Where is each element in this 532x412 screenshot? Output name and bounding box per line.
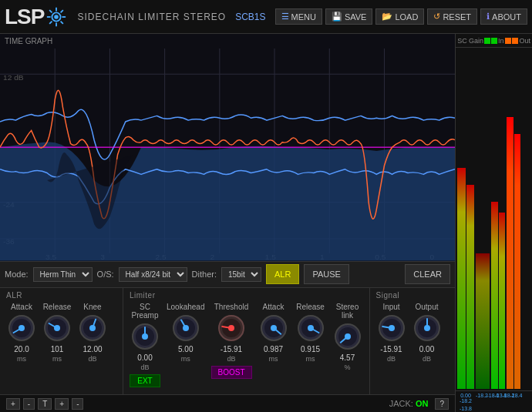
logo: LSP	[5, 6, 67, 28]
minus2-button[interactable]: -	[72, 398, 83, 410]
alr-release-unit: ms	[52, 355, 62, 363]
lim-attack-value: 0.987	[264, 345, 283, 353]
lim-release-value: 0.915	[301, 345, 320, 353]
svg-line-9	[50, 21, 52, 23]
meter-values-row2: -13.8	[456, 405, 532, 412]
alr-attack-value: 20.0	[14, 345, 29, 353]
alr-release-value: 101	[51, 345, 64, 353]
lookahead-knob[interactable]	[170, 313, 201, 343]
alr-release-knob[interactable]	[42, 313, 72, 343]
output-label: Output	[416, 303, 439, 311]
alr-knee-value: 12.00	[82, 345, 102, 353]
out-col-header: Out	[505, 37, 530, 45]
stereolink-knob[interactable]	[332, 321, 363, 352]
svg-point-42	[89, 325, 96, 331]
sc-preamp-knob[interactable]	[130, 321, 160, 352]
threshold-unit: dB	[227, 355, 236, 363]
lim-release-knob[interactable]	[295, 313, 326, 343]
menu-footer-button[interactable]: +	[55, 398, 69, 410]
lim-release-unit: ms	[306, 355, 315, 363]
sc-preamp-item: SC Preamp 0.00 dB EXT	[130, 303, 160, 387]
limiter-title: Limiter	[130, 291, 363, 300]
alr-attack-knob-item: Attack 20.0 ms	[6, 303, 37, 363]
remove-button[interactable]: -	[23, 398, 35, 410]
out-label: Out	[519, 37, 530, 45]
os-select[interactable]: Half x8/24 bit	[119, 267, 187, 282]
in-col-header: In	[484, 37, 504, 45]
sc-col-label: SC	[457, 37, 467, 45]
svg-line-7	[61, 21, 63, 23]
input-knob[interactable]	[376, 313, 407, 343]
header-buttons: ☰ MENU 💾 SAVE 📂 LOAD ↺ RESET ℹ ABOUT	[275, 8, 527, 25]
footer: + - T + - JACK: ON ?	[0, 394, 455, 412]
in-label: In	[498, 37, 504, 45]
svg-point-39	[54, 325, 60, 331]
lim-attack-label: Attack	[263, 303, 285, 311]
help-button[interactable]: ?	[435, 398, 449, 410]
threshold-knob[interactable]	[216, 313, 247, 343]
input-label: Input	[382, 303, 399, 311]
out-meter-l-fill	[507, 117, 513, 389]
add-button[interactable]: +	[6, 398, 20, 410]
threshold-label: Threshold	[214, 303, 248, 311]
limiter-section: Limiter SC Preamp 0.00 dB EXT	[123, 288, 370, 394]
meter-header: SC Gain In Out	[456, 34, 532, 48]
limiter-row: SC Preamp 0.00 dB EXT Lookahead	[130, 303, 363, 387]
load-icon: 📂	[382, 12, 392, 22]
alr-release-label: Release	[43, 303, 72, 311]
load-button[interactable]: 📂 LOAD	[375, 8, 424, 25]
lim-release-item: Release 0.915 ms	[295, 303, 326, 363]
left-panel: TIME GRAPH 12 dB -24 -36	[0, 34, 455, 412]
svg-point-63	[389, 325, 395, 331]
in-meter-l-bar	[491, 49, 498, 389]
out-meter-r-fill	[514, 134, 521, 389]
mode-select[interactable]: Herm Thin	[33, 267, 93, 282]
alr-knee-knob[interactable]	[77, 313, 108, 343]
svg-line-8	[61, 10, 63, 12]
dither-select[interactable]: 15bit	[221, 267, 261, 282]
about-button[interactable]: ℹ ABOUT	[480, 8, 527, 25]
gain-col-label: Gain	[469, 37, 483, 45]
bottom-section: ALR Attack 20.0 ms	[0, 288, 455, 394]
stereolink-value: 4.57	[340, 353, 355, 362]
svg-point-66	[424, 325, 430, 331]
clear-button[interactable]: CLEAR	[405, 264, 450, 284]
ext-button[interactable]: EXT	[130, 374, 160, 387]
header-id: SCB1S	[235, 12, 265, 22]
pause-button[interactable]: PAUSE	[304, 264, 348, 284]
lookahead-label: Lookahead	[167, 303, 205, 311]
menu-button[interactable]: ☰ MENU	[275, 8, 322, 25]
alr-section: ALR Attack 20.0 ms	[0, 288, 123, 394]
stereolink-label: Stereo link	[332, 303, 363, 320]
input-item: Input -15.91 dB	[376, 303, 407, 363]
lookahead-value: 5.00	[178, 345, 193, 353]
mode-label: Mode:	[5, 270, 29, 279]
config-button[interactable]: T	[38, 398, 52, 410]
out-meter-col	[507, 49, 520, 389]
sc-val1: 0.00	[460, 393, 471, 398]
sc-val2: -18.2	[460, 398, 472, 404]
alr-attack-unit: ms	[17, 355, 26, 363]
in-color-r	[491, 38, 497, 44]
save-button[interactable]: 💾 SAVE	[325, 8, 373, 25]
svg-point-60	[345, 333, 351, 340]
output-unit: dB	[423, 355, 431, 363]
output-knob[interactable]	[412, 313, 443, 343]
footer-left: + - T + -	[6, 398, 83, 410]
meter-values-row: 0.00 -18.2 -18.2 -18.0 -13.8 -18.2 -18.4	[456, 390, 532, 405]
lim-attack-knob[interactable]	[258, 313, 289, 343]
sc-meter-bar	[457, 49, 466, 389]
svg-point-48	[183, 325, 189, 331]
alr-attack-knob[interactable]	[6, 313, 37, 343]
input-value: -15.91	[380, 345, 402, 353]
gear-icon	[45, 6, 67, 28]
stereolink-unit: %	[345, 363, 351, 371]
jack-status-area: JACK: ON ?	[389, 398, 449, 410]
alr-knee-knob-item: Knee 12.00 dB	[77, 303, 108, 363]
boost-button[interactable]: BOOST	[211, 366, 252, 379]
alr-button[interactable]: ALR	[266, 264, 299, 284]
reset-button[interactable]: ↺ RESET	[427, 8, 477, 25]
svg-line-6	[50, 10, 52, 12]
in-meter-l-fill	[491, 202, 498, 389]
signal-knobs: Input -15.91 dB Output	[376, 303, 456, 363]
